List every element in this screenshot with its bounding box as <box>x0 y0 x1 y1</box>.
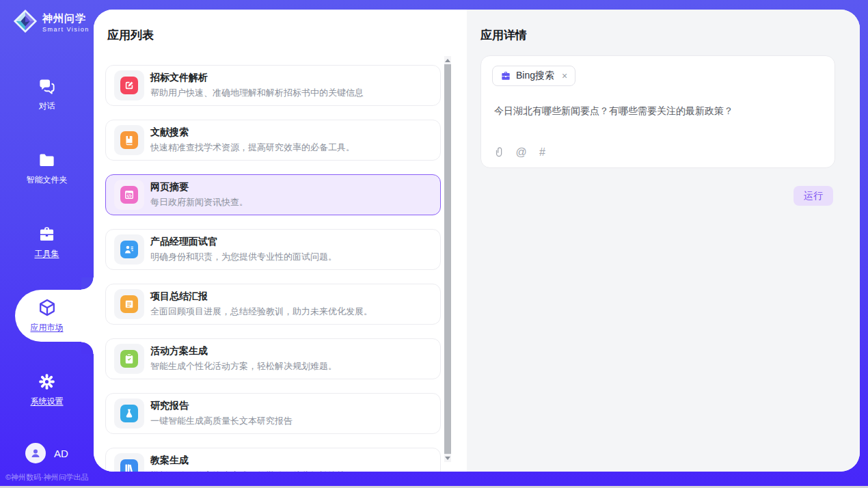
book-icon <box>120 131 138 149</box>
briefcase-icon <box>500 70 511 81</box>
note-icon <box>120 295 138 313</box>
sidebar: 神州问学 Smart Vision 对话 智能文件夹 工具集 应用市场 系统设置 <box>0 0 94 488</box>
app-card[interactable]: 文献搜索 快速精准查找学术资源，提高研究效率的必备工具。 <box>105 120 441 161</box>
app-detail-panel: 应用详情 Bing搜索 × 今日湖北有哪些新闻要点？有哪些需要关注的最新政策？ <box>467 10 860 472</box>
app-cards: 招标文件解析 帮助用户快速、准确地理解和解析招标书中的关键信息 文献搜索 快速精… <box>105 55 441 472</box>
brand-name: 神州问学 <box>42 12 90 25</box>
app-card[interactable]: 活动方案生成 智能生成个性化活动方案，轻松解决规划难题。 <box>105 338 441 379</box>
app-icon <box>114 344 144 374</box>
copyright: ©神州数码·神州问学出品 <box>5 472 89 483</box>
app-card-description: 一键智能生成高质量长文本研究报告 <box>150 415 293 427</box>
app-card-title: 文献搜索 <box>150 126 355 139</box>
app-card-title: 研究报告 <box>150 400 293 412</box>
app-icon <box>114 234 144 265</box>
app-card-title: 教案生成 <box>150 455 346 467</box>
sidebar-nav: 对话 智能文件夹 工具集 应用市场 系统设置 <box>0 70 94 439</box>
app-icon <box>114 453 144 472</box>
app-card-title: 项目总结汇报 <box>150 290 372 303</box>
sidebar-item-cube[interactable]: 应用市场 <box>0 292 94 340</box>
app-card[interactable]: 网页摘要 每日政府新闻资讯快查。 <box>105 174 441 215</box>
sidebar-item-chat[interactable]: 对话 <box>0 70 94 118</box>
app-icon <box>114 125 144 155</box>
scrollbar-thumb[interactable] <box>444 64 451 454</box>
clipboard-check-icon <box>120 350 138 368</box>
brand-diamond-icon <box>12 8 38 37</box>
app-icon <box>114 70 144 100</box>
app-list-panel: 应用列表 招标文件解析 帮助用户快速、准确地理解和解析招标书中的关键信息 文献搜… <box>94 10 467 472</box>
chat-icon <box>38 77 57 96</box>
sidebar-item-label: 系统设置 <box>31 396 64 407</box>
brand-logo: 神州问学 Smart Vision <box>12 8 90 37</box>
app-card-description: 智能生成个性化活动方案，轻松解决规划难题。 <box>150 360 337 372</box>
content-card: 应用列表 招标文件解析 帮助用户快速、准确地理解和解析招标书中的关键信息 文献搜… <box>94 10 860 472</box>
books-icon <box>120 459 138 472</box>
scrollbar[interactable] <box>444 56 451 462</box>
app-icon <box>114 398 144 429</box>
avatar-person-icon[interactable] <box>25 443 46 463</box>
run-button[interactable]: 运行 <box>794 186 833 206</box>
sidebar-item-label: 智能文件夹 <box>27 174 68 186</box>
sidebar-item-label: 对话 <box>39 100 55 112</box>
folder-icon <box>38 150 57 170</box>
app-card[interactable]: 产品经理面试官 明确身份和职责，为您提供专业性的面试问题。 <box>105 229 441 270</box>
scroll-up-button[interactable] <box>444 56 451 64</box>
tool-tag-label: Bing搜索 <box>516 70 554 82</box>
toolbox-icon <box>38 224 57 243</box>
app-detail-title: 应用详情 <box>480 27 527 43</box>
app-card-description: 每日政府新闻资讯快查。 <box>150 196 248 208</box>
app-card[interactable]: 项目总结汇报 全面回顾项目进展，总结经验教训，助力未来优化发展。 <box>105 284 441 325</box>
app-icon <box>114 180 144 210</box>
sidebar-item-toolbox[interactable]: 工具集 <box>0 218 94 266</box>
prompt-card: Bing搜索 × 今日湖北有哪些新闻要点？有哪些需要关注的最新政策？ @ # <box>480 55 835 168</box>
prompt-input[interactable]: 今日湖北有哪些新闻要点？有哪些需要关注的最新政策？ <box>494 104 822 118</box>
app-card-description: 明确身份和职责，为您提供专业性的面试问题。 <box>150 251 337 263</box>
sidebar-item-label: 应用市场 <box>31 322 64 334</box>
app-card[interactable]: 研究报告 一键智能生成高质量长文本研究报告 <box>105 393 441 434</box>
app-window: 神州问学 Smart Vision 对话 智能文件夹 工具集 应用市场 系统设置 <box>0 0 868 488</box>
scroll-down-button[interactable] <box>444 454 451 462</box>
browser-code-icon <box>120 186 138 204</box>
app-card-title: 活动方案生成 <box>150 345 337 357</box>
interviewer-icon <box>120 241 138 258</box>
app-card[interactable]: 教案生成 模板驱动，教案快速生成，教学准备从此轻松快捷 <box>105 448 441 472</box>
app-icon <box>114 289 144 319</box>
pen-square-icon <box>120 77 138 94</box>
app-card-title: 招标文件解析 <box>150 72 364 84</box>
app-card-description: 帮助用户快速、准确地理解和解析招标书中的关键信息 <box>150 87 364 99</box>
user-account[interactable]: AD <box>0 443 94 463</box>
cube-icon <box>38 298 57 317</box>
user-initials: AD <box>54 448 68 459</box>
close-icon[interactable]: × <box>562 70 567 81</box>
app-card[interactable]: 招标文件解析 帮助用户快速、准确地理解和解析招标书中的关键信息 <box>105 65 441 106</box>
attachment-icon[interactable] <box>494 146 506 158</box>
mention-icon[interactable]: @ <box>515 146 527 158</box>
gear-icon <box>38 372 57 391</box>
app-list-title: 应用列表 <box>107 27 154 43</box>
app-card-title: 产品经理面试官 <box>150 236 337 248</box>
tool-tag-bing-search[interactable]: Bing搜索 × <box>492 66 575 86</box>
app-card-description: 全面回顾项目进展，总结经验教训，助力未来优化发展。 <box>150 306 372 318</box>
flask-icon <box>120 405 138 422</box>
app-card-description: 模板驱动，教案快速生成，教学准备从此轻松快捷 <box>150 470 346 472</box>
sidebar-item-folder[interactable]: 智能文件夹 <box>0 144 94 192</box>
brand-subtitle: Smart Vision <box>42 26 90 33</box>
composer-toolbar: @ # <box>494 146 548 158</box>
sidebar-item-label: 工具集 <box>35 248 59 260</box>
sidebar-item-gear[interactable]: 系统设置 <box>0 366 94 414</box>
app-card-title: 网页摘要 <box>150 181 248 193</box>
topic-icon[interactable]: # <box>537 146 548 158</box>
app-card-description: 快速精准查找学术资源，提高研究效率的必备工具。 <box>150 141 355 154</box>
